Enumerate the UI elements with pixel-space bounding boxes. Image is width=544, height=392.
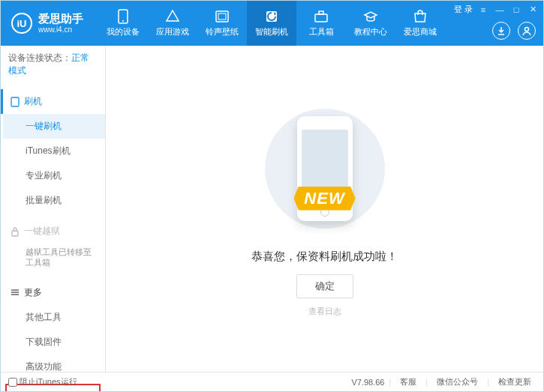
body: 设备连接状态：正常模式 刷机 一键刷机 iTunes刷机 专业刷机 批量刷机 一… xyxy=(1,46,543,372)
brand-subtitle: www.i4.cn xyxy=(38,25,83,34)
toolbox-icon xyxy=(314,9,329,24)
wechat-link[interactable]: 微信公众号 xyxy=(432,376,482,388)
flash-icon xyxy=(264,9,279,24)
check-update-link[interactable]: 检查更新 xyxy=(494,376,536,388)
phone-small-icon xyxy=(11,97,20,107)
close-icon[interactable]: ✕ xyxy=(527,4,539,15)
nav-ringtones[interactable]: 铃声壁纸 xyxy=(197,1,247,46)
block-itunes-checkbox[interactable]: 阻止iTunes运行 xyxy=(8,376,77,388)
nav-smart-flash[interactable]: 智能刷机 xyxy=(247,1,296,46)
sidebar-item-itunes[interactable]: iTunes刷机 xyxy=(3,139,105,163)
login-link[interactable]: 登 录 xyxy=(454,4,473,15)
sidebar-item-download-fw[interactable]: 下载固件 xyxy=(3,330,105,355)
svg-rect-6 xyxy=(319,11,323,14)
section-jailbreak: 一键越狱 越狱工具已转移至 工具箱 xyxy=(1,219,105,274)
success-illustration: NEW xyxy=(250,101,400,236)
sidebar-item-batch[interactable]: 批量刷机 xyxy=(3,188,105,213)
support-link[interactable]: 客服 xyxy=(395,376,421,388)
more-head-label: 更多 xyxy=(24,286,42,299)
svg-rect-5 xyxy=(315,14,327,22)
brand-logo-icon: iU xyxy=(11,13,32,34)
phone-icon xyxy=(116,9,131,24)
brand: iU 爱思助手 www.i4.cn xyxy=(1,1,94,46)
view-log-link[interactable]: 查看日志 xyxy=(308,306,341,317)
conn-label: 设备连接状态： xyxy=(8,52,71,63)
new-ribbon: NEW xyxy=(293,187,355,211)
svg-rect-3 xyxy=(218,13,226,19)
nav-apps-games[interactable]: 应用游戏 xyxy=(148,1,197,46)
svg-rect-8 xyxy=(11,97,19,106)
nav-my-device[interactable]: 我的设备 xyxy=(98,1,148,46)
sep: | xyxy=(389,378,391,387)
nav-tutorials[interactable]: 教程中心 xyxy=(346,1,395,46)
flash-header[interactable]: 刷机 xyxy=(1,89,105,114)
nav-label: 智能刷机 xyxy=(255,26,288,37)
minimize-icon[interactable]: — xyxy=(494,4,506,15)
sidebar-item-oneclick[interactable]: 一键刷机 xyxy=(3,114,105,139)
titlebar-controls: 登 录 ≡ — □ ✕ xyxy=(454,4,539,15)
jailbreak-head-label: 一键越狱 xyxy=(24,225,60,238)
connection-status: 设备连接状态：正常模式 xyxy=(1,46,105,83)
sidebar: 设备连接状态：正常模式 刷机 一键刷机 iTunes刷机 专业刷机 批量刷机 一… xyxy=(1,46,106,372)
titlebar-round-buttons xyxy=(492,22,536,40)
top-nav: 我的设备 应用游戏 铃声壁纸 智能刷机 工具箱 教程中心 xyxy=(98,1,445,46)
nav-label: 我的设备 xyxy=(107,26,140,37)
statusbar: 阻止iTunes运行 V7.98.66 | 客服 | 微信公众号 | 检查更新 xyxy=(1,372,543,391)
grad-icon xyxy=(363,9,378,24)
flash-head-label: 刷机 xyxy=(24,95,42,108)
menu-icon[interactable]: ≡ xyxy=(477,4,489,15)
sidebar-item-pro[interactable]: 专业刷机 xyxy=(3,163,105,188)
sidebar-item-other-tools[interactable]: 其他工具 xyxy=(3,305,105,330)
svg-point-1 xyxy=(122,20,124,22)
brand-title: 爱思助手 xyxy=(38,13,83,25)
nav-label: 铃声壁纸 xyxy=(206,26,239,37)
download-icon[interactable] xyxy=(492,22,510,40)
titlebar: iU 爱思助手 www.i4.cn 我的设备 应用游戏 铃声壁纸 智能刷机 xyxy=(1,1,543,46)
nav-store[interactable]: 爱思商城 xyxy=(395,1,445,46)
more-header[interactable]: 更多 xyxy=(3,280,105,305)
sep: | xyxy=(487,378,489,387)
jailbreak-note: 越狱工具已转移至 工具箱 xyxy=(3,244,105,274)
more-icon xyxy=(11,288,20,297)
section-more: 更多 其他工具 下载固件 高级功能 xyxy=(1,280,105,379)
block-itunes-input[interactable] xyxy=(8,378,17,387)
nav-toolbox[interactable]: 工具箱 xyxy=(296,1,346,46)
success-message: 恭喜您，保资料刷机成功啦！ xyxy=(251,250,398,264)
apps-icon xyxy=(165,9,180,24)
svg-point-7 xyxy=(525,28,529,31)
app-window: iU 爱思助手 www.i4.cn 我的设备 应用游戏 铃声壁纸 智能刷机 xyxy=(0,0,544,392)
maximize-icon[interactable]: □ xyxy=(510,4,522,15)
jailbreak-header: 一键越狱 xyxy=(3,219,105,244)
main-content: NEW 恭喜您，保资料刷机成功啦！ 确定 查看日志 xyxy=(106,46,543,372)
svg-rect-2 xyxy=(216,11,228,22)
block-itunes-label: 阻止iTunes运行 xyxy=(20,376,77,388)
user-icon[interactable] xyxy=(518,22,536,40)
lock-icon xyxy=(11,226,20,237)
svg-rect-9 xyxy=(12,231,18,236)
nav-label: 爱思商城 xyxy=(404,26,437,37)
brand-text: 爱思助手 www.i4.cn xyxy=(38,13,83,34)
store-icon xyxy=(413,9,428,24)
nav-label: 教程中心 xyxy=(354,26,387,37)
nav-label: 应用游戏 xyxy=(156,26,189,37)
section-flash: 刷机 一键刷机 iTunes刷机 专业刷机 批量刷机 xyxy=(1,89,105,213)
nav-label: 工具箱 xyxy=(309,26,334,37)
sep: | xyxy=(425,378,428,387)
ok-button[interactable]: 确定 xyxy=(296,274,353,298)
version-label: V7.98.66 xyxy=(351,378,384,387)
wallpaper-icon xyxy=(215,9,230,24)
